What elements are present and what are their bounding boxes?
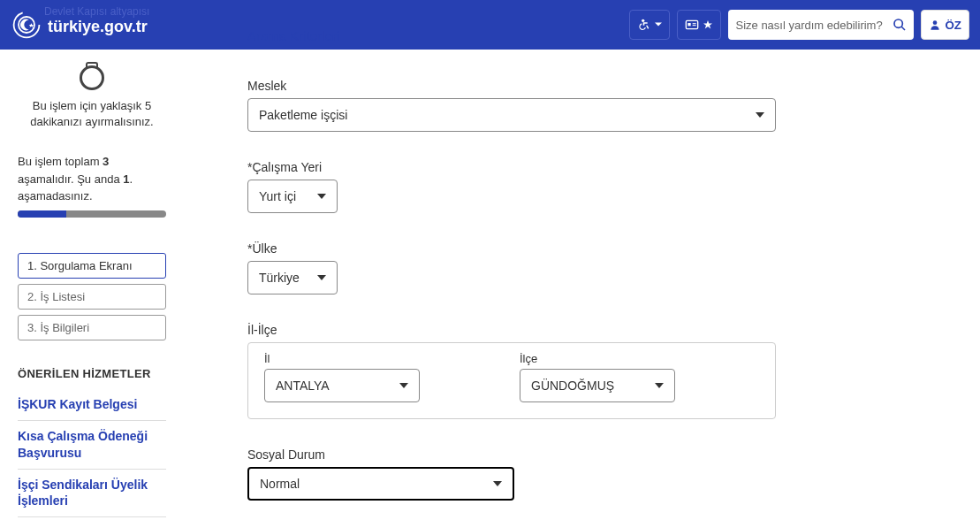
timer-widget: Bu işlem için yaklaşık 5 dakikanızı ayır… bbox=[18, 65, 166, 130]
rec-link-iskur[interactable]: İŞKUR Kayıt Belgesi bbox=[18, 389, 166, 421]
select-sosyal-value: Normal bbox=[260, 477, 300, 491]
label-ilce: İlçe bbox=[520, 352, 759, 365]
user-label: ÖZ bbox=[945, 19, 961, 32]
select-ilce-value: GÜNDOĞMUŞ bbox=[531, 379, 614, 393]
select-meslek[interactable]: Paketleme işçisi bbox=[247, 98, 776, 132]
rec-link-sendika-uyelik[interactable]: İşçi Sendikaları Üyelik İşlemleri bbox=[18, 470, 166, 518]
steps-list: 1. Sorgulama Ekranı 2. İş Listesi 3. İş … bbox=[18, 253, 166, 340]
field-sosyal-durum: Sosyal Durum Normal bbox=[247, 447, 937, 501]
select-ulke-value: Türkiye bbox=[259, 271, 300, 285]
timer-text: Bu işlem için yaklaşık 5 dakikanızı ayır… bbox=[18, 98, 166, 130]
svg-marker-2 bbox=[29, 23, 34, 27]
label-calisma-yeri: Çalışma Yeri bbox=[247, 160, 937, 174]
select-ilce[interactable]: GÜNDOĞMUŞ bbox=[520, 369, 675, 402]
select-il-value: ANTALYA bbox=[276, 379, 330, 393]
progress-fill bbox=[18, 210, 66, 218]
main-form: Arama Kriterleri Meslek Paketleme işçisi… bbox=[177, 65, 972, 520]
step-2[interactable]: 2. İş Listesi bbox=[18, 284, 166, 310]
field-meslek: Meslek Paketleme işçisi bbox=[247, 79, 937, 132]
select-meslek-value: Paketleme işçisi bbox=[259, 108, 347, 122]
field-il-ilce: İl-İlçe İl ANTALYA İlçe GÜNDOĞMUŞ bbox=[247, 323, 937, 419]
criteria-title: Arama Kriterleri bbox=[247, 28, 937, 43]
label-il-ilce: İl-İlçe bbox=[247, 323, 937, 337]
label-sosyal-durum: Sosyal Durum bbox=[247, 447, 937, 462]
select-ulke[interactable]: Türkiye bbox=[247, 261, 338, 294]
progress-text: Bu işlem toplam 3 aşamalıdır. Şu anda 1.… bbox=[18, 153, 166, 205]
svg-point-8 bbox=[894, 19, 902, 27]
svg-point-0 bbox=[14, 12, 40, 38]
rec-link-kisa-calisma[interactable]: Kısa Çalışma Ödeneği Başvurusu bbox=[18, 421, 166, 470]
progress-bar bbox=[18, 210, 166, 218]
logo-icon bbox=[11, 9, 42, 41]
step-1[interactable]: 1. Sorgulama Ekranı bbox=[18, 253, 166, 279]
sidebar: Bu işlem için yaklaşık 5 dakikanızı ayır… bbox=[0, 65, 177, 520]
select-sosyal-durum[interactable]: Normal bbox=[247, 467, 514, 501]
chevron-down-icon bbox=[655, 21, 662, 28]
timer-icon bbox=[80, 65, 104, 90]
field-calisma-yeri: Çalışma Yeri Yurt içi bbox=[247, 160, 937, 213]
svg-point-3 bbox=[642, 19, 644, 22]
label-meslek: Meslek bbox=[247, 79, 937, 93]
label-il: İl bbox=[264, 352, 504, 365]
il-ilce-group: İl ANTALYA İlçe GÜNDOĞMUŞ bbox=[247, 342, 776, 419]
logo-text: türkiye.gov.tr bbox=[48, 18, 148, 36]
select-il[interactable]: ANTALYA bbox=[264, 369, 420, 402]
label-ulke: Ülke bbox=[247, 241, 937, 256]
select-calisma-value: Yurt içi bbox=[259, 189, 296, 203]
select-calisma-yeri[interactable]: Yurt içi bbox=[247, 180, 338, 213]
svg-point-10 bbox=[933, 20, 938, 25]
svg-rect-5 bbox=[688, 23, 691, 26]
infra-text: Devlet Kapısı altyapısı bbox=[44, 5, 149, 18]
field-ulke: Ülke Türkiye bbox=[247, 241, 937, 294]
step-3[interactable]: 3. İş Bilgileri bbox=[18, 315, 166, 340]
recommended-title: ÖNERİLEN HİZMETLER bbox=[18, 367, 166, 380]
